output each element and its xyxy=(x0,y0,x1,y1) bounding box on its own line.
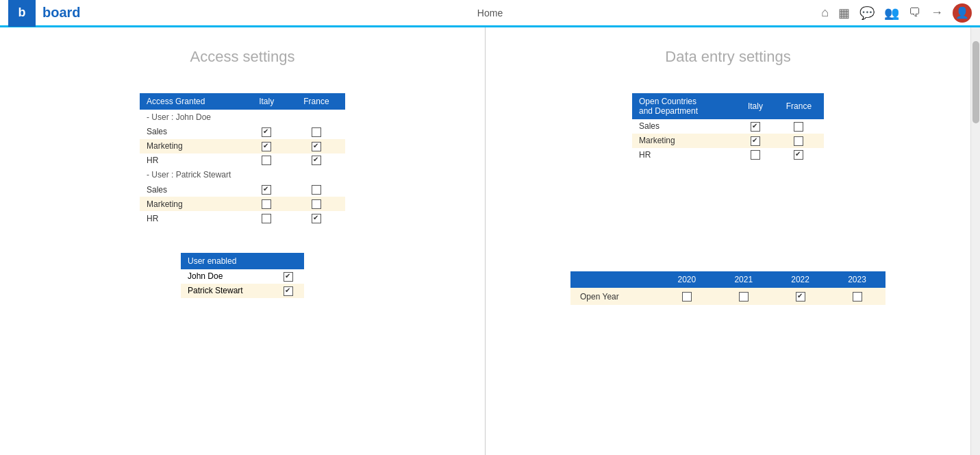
dept-name: Sales xyxy=(140,125,245,139)
checkbox-france[interactable] xyxy=(288,125,345,139)
checkbox-italy[interactable] xyxy=(245,197,288,211)
checkbox-france[interactable] xyxy=(288,182,345,197)
open-year-row-label: Open Year xyxy=(570,288,658,305)
dept-name: Marketing xyxy=(632,134,737,148)
year-col-2023: 2023 xyxy=(829,271,885,288)
user-name: John Doe xyxy=(181,269,273,284)
year-col-2020: 2020 xyxy=(658,271,715,288)
table-row: HR xyxy=(632,148,824,162)
checkbox-france[interactable] xyxy=(774,148,824,162)
user-name: Patrick Stewart xyxy=(181,284,273,298)
checkbox-italy[interactable] xyxy=(737,148,774,162)
topnav: b board Home ⌂ ▦ 💬 👥 🗨 → 👤 xyxy=(0,0,980,27)
table-row: HR xyxy=(140,153,345,168)
checkbox-france[interactable] xyxy=(288,211,345,225)
user-label: - User : Patrick Stewart xyxy=(140,167,345,182)
data-entry-settings-panel: Data entry settings Open Countriesand De… xyxy=(486,27,970,455)
list-item: John Doe xyxy=(181,269,304,284)
table-row: Marketing xyxy=(140,139,345,153)
access-settings-panel: Access settings Access Granted Italy Fra… xyxy=(0,27,486,455)
user-group-row: - User : John Doe xyxy=(140,110,345,125)
access-granted-table: Access Granted Italy France - User : Joh… xyxy=(140,93,345,225)
table-row: Sales xyxy=(140,182,345,197)
user-label: - User : John Doe xyxy=(140,110,345,125)
user-enabled-table: User enabled John DoePatrick Stewart xyxy=(181,253,304,298)
checkbox-italy[interactable] xyxy=(737,134,774,148)
nav-home-link[interactable]: Home xyxy=(477,8,503,19)
user-group-row: - User : Patrick Stewart xyxy=(140,167,345,182)
access-col-italy: Italy xyxy=(245,93,288,110)
checkbox-italy[interactable] xyxy=(245,125,288,139)
nav-icons: ⌂ ▦ 💬 👥 🗨 → 👤 xyxy=(821,3,972,23)
table-row: Marketing xyxy=(632,134,824,148)
table-row: HR xyxy=(140,211,345,225)
list-item: Patrick Stewart xyxy=(181,284,304,298)
home-icon[interactable]: ⌂ xyxy=(821,5,829,20)
dept-name: Sales xyxy=(140,182,245,197)
open-countries-col-header: Open Countriesand Department xyxy=(632,93,737,119)
data-entry-title: Data entry settings xyxy=(499,48,957,66)
checkbox-italy[interactable] xyxy=(737,119,774,134)
access-col-france: France xyxy=(288,93,345,110)
checkbox-france[interactable] xyxy=(288,153,345,168)
table-row: Sales xyxy=(632,119,824,134)
chat-icon[interactable]: 💬 xyxy=(859,5,875,21)
dept-name: HR xyxy=(140,153,245,168)
checkbox-italy[interactable] xyxy=(245,182,288,197)
open-year-checkbox-2020[interactable] xyxy=(658,288,715,305)
main-layout: Access settings Access Granted Italy Fra… xyxy=(0,27,980,455)
year-col-2022: 2022 xyxy=(772,271,829,288)
open-countries-col-italy: Italy xyxy=(737,93,774,119)
arrow-icon[interactable]: → xyxy=(931,5,943,20)
open-year-checkbox-2021[interactable] xyxy=(715,288,772,305)
dept-name: HR xyxy=(140,211,245,225)
open-countries-table: Open Countriesand Department Italy Franc… xyxy=(632,93,824,162)
checkbox-france[interactable] xyxy=(288,197,345,211)
access-col-header: Access Granted xyxy=(140,93,245,110)
dept-name: Sales xyxy=(632,119,737,134)
checkbox-france[interactable] xyxy=(774,119,824,134)
user-enabled-checkbox[interactable] xyxy=(273,269,304,284)
access-settings-title: Access settings xyxy=(14,48,471,66)
table-row: Marketing xyxy=(140,197,345,211)
year-col-2021: 2021 xyxy=(715,271,772,288)
checkbox-france[interactable] xyxy=(774,134,824,148)
user-enabled-checkbox[interactable] xyxy=(273,284,304,298)
scrollbar[interactable] xyxy=(970,27,980,455)
open-year-checkbox-2023[interactable] xyxy=(829,288,885,305)
scrollbar-thumb[interactable] xyxy=(972,41,979,123)
logo-letter: b xyxy=(18,5,26,20)
dept-name: HR xyxy=(632,148,737,162)
checkbox-italy[interactable] xyxy=(245,211,288,225)
open-year-table: 2020202120222023 Open Year xyxy=(570,271,885,305)
brand-name: board xyxy=(42,5,81,21)
open-year-checkbox-2022[interactable] xyxy=(772,288,829,305)
user-avatar[interactable]: 👤 xyxy=(953,3,972,23)
dept-name: Marketing xyxy=(140,139,245,153)
open-year-label-col xyxy=(570,271,658,288)
table-row: Sales xyxy=(140,125,345,139)
dashboard-icon[interactable]: ▦ xyxy=(838,5,850,21)
logo-box: b xyxy=(8,0,36,27)
open-countries-col-france: France xyxy=(774,93,824,119)
user-enabled-header: User enabled xyxy=(181,253,304,269)
comment-icon[interactable]: 🗨 xyxy=(909,5,921,20)
users-icon[interactable]: 👥 xyxy=(884,5,899,21)
checkbox-italy[interactable] xyxy=(245,153,288,168)
checkbox-italy[interactable] xyxy=(245,139,288,153)
dept-name: Marketing xyxy=(140,197,245,211)
checkbox-france[interactable] xyxy=(288,139,345,153)
